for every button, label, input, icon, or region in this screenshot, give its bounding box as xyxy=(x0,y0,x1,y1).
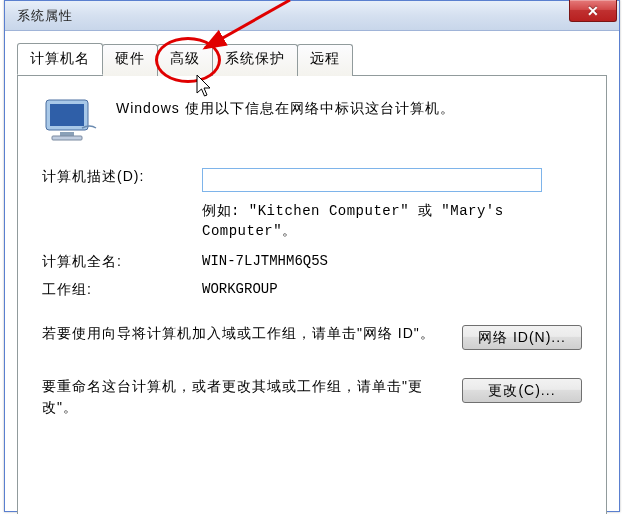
description-example: 例如: "Kitchen Computer" 或 "Mary's Compute… xyxy=(202,202,542,241)
tab-computer-name[interactable]: 计算机名 xyxy=(17,43,103,75)
titlebar: 系统属性 ✕ xyxy=(5,1,619,31)
row-workgroup: 工作组: WORKGROUP xyxy=(42,281,582,299)
system-properties-window: 系统属性 ✕ 计算机名 硬件 高级 系统保护 远程 Windows xyxy=(4,0,620,512)
network-id-button[interactable]: 网络 ID(N)... xyxy=(462,325,582,350)
row-fullname: 计算机全名: WIN-7LJTMHM6Q5S xyxy=(42,253,582,271)
svg-rect-3 xyxy=(52,136,82,140)
row-description: 计算机描述(D): xyxy=(42,168,582,192)
content-area: 计算机名 硬件 高级 系统保护 远程 Windows 使用以下信息在网络中标识这… xyxy=(5,31,619,514)
close-icon: ✕ xyxy=(587,3,599,19)
tab-strip: 计算机名 硬件 高级 系统保护 远程 xyxy=(17,43,607,75)
fullname-value: WIN-7LJTMHM6Q5S xyxy=(202,253,328,269)
tab-panel-computer-name: Windows 使用以下信息在网络中标识这台计算机。 计算机描述(D): 例如:… xyxy=(17,75,607,514)
workgroup-value: WORKGROUP xyxy=(202,281,278,297)
window-title: 系统属性 xyxy=(17,7,73,25)
row-network-id: 若要使用向导将计算机加入域或工作组，请单击"网络 ID"。 网络 ID(N)..… xyxy=(42,323,582,350)
tab-remote[interactable]: 远程 xyxy=(297,44,353,76)
tab-system-protection[interactable]: 系统保护 xyxy=(212,44,298,76)
svg-rect-2 xyxy=(60,132,74,136)
change-button[interactable]: 更改(C)... xyxy=(462,378,582,403)
description-input[interactable] xyxy=(202,168,542,192)
computer-icon xyxy=(42,98,102,146)
fullname-label: 计算机全名: xyxy=(42,253,202,271)
network-id-hint: 若要使用向导将计算机加入域或工作组，请单击"网络 ID"。 xyxy=(42,323,462,344)
change-hint: 要重命名这台计算机，或者更改其域或工作组，请单击"更改"。 xyxy=(42,376,462,418)
intro-text: Windows 使用以下信息在网络中标识这台计算机。 xyxy=(116,98,455,118)
row-example: 例如: "Kitchen Computer" 或 "Mary's Compute… xyxy=(42,202,582,241)
row-change: 要重命名这台计算机，或者更改其域或工作组，请单击"更改"。 更改(C)... xyxy=(42,376,582,418)
workgroup-label: 工作组: xyxy=(42,281,202,299)
close-button[interactable]: ✕ xyxy=(569,0,617,22)
svg-rect-1 xyxy=(50,104,84,126)
tab-hardware[interactable]: 硬件 xyxy=(102,44,158,76)
description-label: 计算机描述(D): xyxy=(42,168,202,186)
tab-advanced[interactable]: 高级 xyxy=(157,44,213,76)
intro-row: Windows 使用以下信息在网络中标识这台计算机。 xyxy=(42,98,582,146)
